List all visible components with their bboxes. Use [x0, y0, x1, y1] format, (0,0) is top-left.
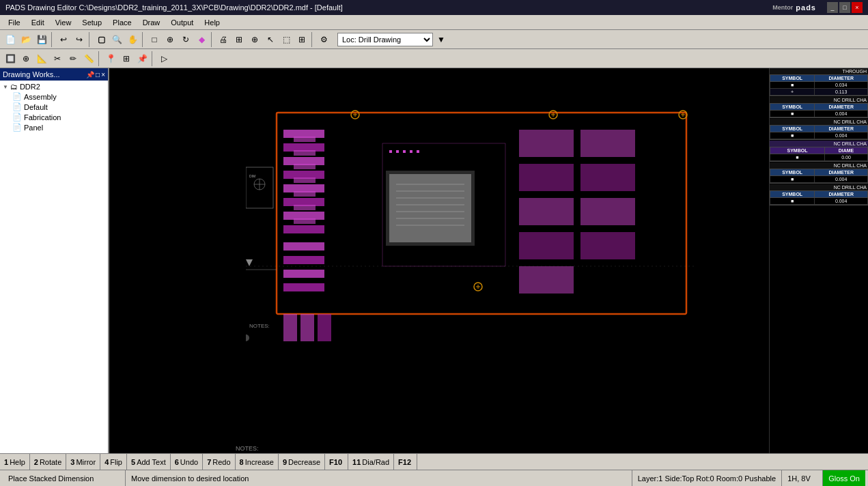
- ws-close-button[interactable]: ×: [101, 71, 105, 78]
- menu-file[interactable]: File: [3, 17, 26, 28]
- folder-icon: 🗂: [10, 83, 18, 91]
- tree-item-panel[interactable]: 📄 Panel: [12, 122, 107, 132]
- fn5-label: Add Text: [137, 458, 166, 466]
- menu-place[interactable]: Place: [107, 17, 137, 28]
- leaf-icon-default: 📄: [12, 102, 22, 111]
- tree-item-ddr2[interactable]: ▼ 🗂 DDR2: [3, 82, 107, 91]
- leaf-icon-panel: 📄: [12, 123, 22, 132]
- menu-help[interactable]: Help: [199, 17, 225, 28]
- menu-draw[interactable]: Draw: [137, 17, 166, 28]
- svg-rect-61: [300, 314, 314, 341]
- toggle1-button[interactable]: ⬚: [279, 32, 294, 47]
- tb2-btn3[interactable]: 📐: [34, 51, 49, 66]
- status-gloss: Gloss On: [823, 470, 865, 486]
- fn6-undo[interactable]: 6 Undo: [171, 454, 203, 470]
- fn4-flip[interactable]: 4 Flip: [100, 454, 127, 470]
- menu-output[interactable]: Output: [165, 17, 199, 28]
- new-button[interactable]: 📄: [3, 32, 18, 47]
- maximize-button[interactable]: □: [839, 2, 850, 13]
- svg-rect-24: [417, 150, 419, 153]
- status-message: Move dimension to desired location: [126, 470, 632, 486]
- fn5-addtext[interactable]: 5 Add Text: [127, 454, 171, 470]
- svg-rect-13: [294, 150, 316, 156]
- tree-item-assembly[interactable]: 📄 Assembly: [12, 91, 107, 102]
- center-components: [382, 143, 505, 266]
- canvas-area[interactable]: DIM NOTES: NOTES:: [109, 68, 769, 453]
- fn9-decrease[interactable]: 9 Decrease: [279, 454, 325, 470]
- loc-dropdown-container[interactable]: Loc: Drill Drawing: [337, 33, 433, 46]
- settings-button[interactable]: ⚙: [316, 32, 331, 47]
- fn1-help[interactable]: 1 Help: [0, 454, 30, 470]
- menu-setup[interactable]: Setup: [76, 17, 107, 28]
- close-button[interactable]: ×: [852, 2, 863, 13]
- svg-rect-8: [283, 242, 324, 251]
- pan-button[interactable]: ✋: [125, 32, 140, 47]
- tb2-btn7[interactable]: 📍: [103, 51, 118, 66]
- fn11-diarad[interactable]: 11 Dia/Rad: [348, 454, 394, 470]
- fn3-mirror[interactable]: 3 Mirror: [66, 454, 100, 470]
- svg-rect-41: [580, 232, 635, 259]
- grid-button[interactable]: ⊞: [232, 32, 247, 47]
- workspace-title: Drawing Works...: [3, 70, 60, 78]
- fn7-redo[interactable]: 7 Redo: [203, 454, 235, 470]
- svg-rect-40: [519, 232, 574, 259]
- menu-view[interactable]: View: [50, 17, 77, 28]
- table-row: ■0.004: [770, 198, 868, 205]
- fn6-label: Undo: [180, 458, 198, 466]
- undo-button[interactable]: ↩: [56, 32, 71, 47]
- tree-leaf-default: Default: [24, 103, 48, 111]
- svg-rect-20: [389, 150, 392, 153]
- tb2-btn4[interactable]: ✂: [50, 51, 65, 66]
- workspace-controls: 📌 □ ×: [86, 71, 105, 78]
- redo-button[interactable]: ↪: [72, 32, 87, 47]
- drill-sec4-table: SYMBOLDIAME ■0.00: [770, 147, 868, 161]
- minimize-button[interactable]: _: [827, 2, 838, 13]
- menu-edit[interactable]: Edit: [26, 17, 50, 28]
- main-layout: Drawing Works... 📌 □ × ▼ 🗂 DDR2 📄 Assemb…: [0, 68, 868, 453]
- dropdown-arrow[interactable]: ▼: [434, 32, 449, 47]
- open-button[interactable]: 📂: [18, 32, 33, 47]
- save-button[interactable]: 💾: [34, 32, 49, 47]
- tb2-btn1[interactable]: 🔲: [3, 51, 18, 66]
- ws-pin-button[interactable]: 📌: [86, 71, 94, 78]
- tb2-btn9[interactable]: 📌: [135, 51, 150, 66]
- svg-rect-42: [519, 266, 574, 294]
- svg-rect-37: [580, 164, 635, 191]
- fn8-increase[interactable]: 8 Increase: [236, 454, 279, 470]
- tb2-btn10[interactable]: ▷: [156, 51, 171, 66]
- loc-dropdown[interactable]: Loc: Drill Drawing: [337, 33, 433, 46]
- print-button[interactable]: 🖨: [216, 32, 231, 47]
- tb2-btn8[interactable]: ⊞: [119, 51, 134, 66]
- table-row: ■0.004: [770, 132, 868, 139]
- svg-rect-14: [294, 164, 316, 169]
- drill-section-through: THROUGH SYMBOLDIAMETER ■0.034 +0.113: [770, 68, 868, 96]
- tree-item-fabrication[interactable]: 📄 Fabrication: [12, 112, 107, 122]
- fn10[interactable]: F10: [325, 454, 348, 470]
- col-diameter: DIAMETER: [815, 75, 868, 82]
- toggle2-button[interactable]: ⊞: [294, 32, 309, 47]
- select2-button[interactable]: ⊕: [163, 32, 178, 47]
- status-bar: Place Stacked Dimension Move dimension t…: [0, 470, 868, 486]
- separator2: [89, 32, 92, 47]
- diamond-button[interactable]: ◆: [194, 32, 209, 47]
- tb2-btn6[interactable]: 📏: [81, 51, 96, 66]
- app-logo: Mentor pads: [772, 3, 816, 12]
- fn9-label: Decrease: [288, 458, 320, 466]
- bottom-connectors: [283, 314, 331, 341]
- fn12[interactable]: F12: [394, 454, 417, 470]
- fn2-rotate[interactable]: 2 Rotate: [30, 454, 67, 470]
- mouse-cursor: [246, 259, 253, 266]
- select-button[interactable]: ▢: [94, 32, 109, 47]
- tb2-btn2[interactable]: ⊕: [18, 51, 33, 66]
- tree-item-default[interactable]: 📄 Default: [12, 102, 107, 112]
- rotate-button[interactable]: ↻: [178, 32, 193, 47]
- ws-float-button[interactable]: □: [96, 71, 100, 78]
- zoom-button[interactable]: 🔍: [109, 32, 124, 47]
- svg-rect-39: [580, 198, 635, 225]
- tb2-btn5[interactable]: ✏: [66, 51, 81, 66]
- arrow-button[interactable]: ↖: [263, 32, 278, 47]
- drill-sec3-table: SYMBOLDIAMETER ■0.004: [770, 125, 868, 139]
- zoom-in-button[interactable]: ⊕: [247, 32, 262, 47]
- status-coords: 1H, 8V: [782, 470, 823, 486]
- rectangle-button[interactable]: □: [147, 32, 162, 47]
